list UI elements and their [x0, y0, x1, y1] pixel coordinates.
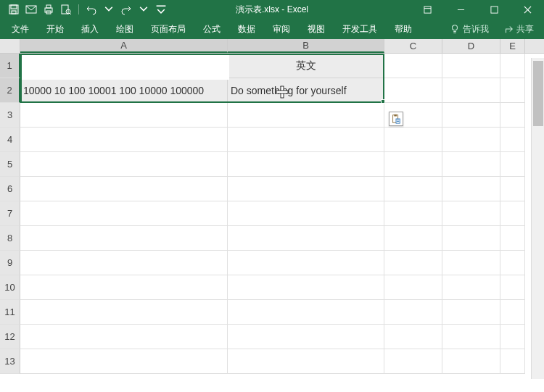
cell-A2[interactable]: 10000 10 100 10001 100 10000 100000: [20, 78, 228, 103]
row-header-11[interactable]: 11: [0, 300, 20, 325]
cell-E5[interactable]: [500, 152, 525, 177]
cell-D2[interactable]: [442, 78, 500, 103]
column-header-D[interactable]: D: [442, 39, 500, 53]
cell-A12[interactable]: [20, 325, 228, 349]
cell-B1[interactable]: 英文: [228, 54, 384, 78]
tab-developer[interactable]: 开发工具: [334, 19, 386, 39]
tab-data[interactable]: 数据: [229, 19, 264, 39]
email-icon[interactable]: [25, 3, 38, 16]
print-preview-icon[interactable]: [59, 3, 73, 16]
row-header-4[interactable]: 4: [0, 128, 20, 152]
cell-C1[interactable]: [384, 54, 442, 78]
cell-E7[interactable]: [500, 201, 525, 226]
cell-E2[interactable]: [500, 78, 525, 103]
cell-D6[interactable]: [442, 177, 500, 201]
cell-E6[interactable]: [500, 177, 525, 201]
cell-D8[interactable]: [442, 226, 500, 251]
cell-C5[interactable]: [384, 152, 442, 177]
cell-A6[interactable]: [20, 177, 228, 201]
cell-E13[interactable]: [500, 349, 525, 374]
row-header-7[interactable]: 7: [0, 201, 20, 226]
row-header-6[interactable]: 6: [0, 177, 20, 201]
cell-A7[interactable]: [20, 201, 228, 226]
cell-D4[interactable]: [442, 128, 500, 152]
cell-D7[interactable]: [442, 201, 500, 226]
column-header-C[interactable]: C: [384, 39, 442, 53]
row-header-3[interactable]: 3: [0, 103, 20, 128]
ribbon-display-options-button[interactable]: [411, 0, 444, 19]
tab-draw[interactable]: 绘图: [107, 19, 142, 39]
cell-D10[interactable]: [442, 275, 500, 300]
cell-A4[interactable]: [20, 128, 228, 152]
cell-B10[interactable]: [228, 275, 384, 300]
tab-page-layout[interactable]: 页面布局: [142, 19, 194, 39]
row-header-12[interactable]: 12: [0, 325, 20, 349]
maximize-button[interactable]: [477, 0, 511, 19]
vertical-scroll-thumb[interactable]: [533, 61, 543, 126]
cell-C6[interactable]: [384, 177, 442, 201]
tab-help[interactable]: 帮助: [386, 19, 421, 39]
cell-E4[interactable]: [500, 128, 525, 152]
cell-E10[interactable]: [500, 275, 525, 300]
cell-B13[interactable]: [228, 349, 384, 374]
cell-C12[interactable]: [384, 325, 442, 349]
paste-options-button[interactable]: [389, 112, 403, 126]
cell-E9[interactable]: [500, 251, 525, 275]
quick-print-icon[interactable]: [42, 3, 55, 16]
cell-C4[interactable]: [384, 128, 442, 152]
tab-view[interactable]: 视图: [299, 19, 334, 39]
cell-E1[interactable]: [500, 54, 525, 78]
column-header-A[interactable]: A: [20, 39, 228, 53]
select-all-corner[interactable]: [0, 39, 20, 53]
tell-me-search[interactable]: 告诉我: [442, 19, 496, 39]
cell-C7[interactable]: [384, 201, 442, 226]
cell-B5[interactable]: [228, 152, 384, 177]
cell-D13[interactable]: [442, 349, 500, 374]
row-header-9[interactable]: 9: [0, 251, 20, 275]
cell-A13[interactable]: [20, 349, 228, 374]
cell-A8[interactable]: [20, 226, 228, 251]
cell-D3[interactable]: [442, 103, 500, 128]
cell-C9[interactable]: [384, 251, 442, 275]
cell-A9[interactable]: [20, 251, 228, 275]
cell-D9[interactable]: [442, 251, 500, 275]
cell-C8[interactable]: [384, 226, 442, 251]
redo-icon[interactable]: [120, 3, 133, 16]
cell-B11[interactable]: [228, 300, 384, 325]
qat-customize-icon[interactable]: [154, 3, 168, 16]
cell-C10[interactable]: [384, 275, 442, 300]
cell-B8[interactable]: [228, 226, 384, 251]
minimize-button[interactable]: [444, 0, 477, 19]
column-header-B[interactable]: B: [228, 39, 384, 53]
column-header-E[interactable]: E: [500, 39, 525, 53]
cell-C11[interactable]: [384, 300, 442, 325]
cell-D12[interactable]: [442, 325, 500, 349]
undo-icon[interactable]: [85, 3, 98, 16]
vertical-scrollbar[interactable]: [531, 58, 544, 379]
cell-E3[interactable]: [500, 103, 525, 128]
tab-home[interactable]: 开始: [38, 19, 73, 39]
save-icon[interactable]: [7, 3, 20, 16]
cell-D1[interactable]: [442, 54, 500, 78]
tab-review[interactable]: 审阅: [264, 19, 299, 39]
cell-A10[interactable]: [20, 275, 228, 300]
cell-B4[interactable]: [228, 128, 384, 152]
tab-insert[interactable]: 插入: [73, 19, 107, 39]
close-button[interactable]: [511, 0, 544, 19]
row-header-2[interactable]: 2: [0, 78, 20, 103]
cell-B12[interactable]: [228, 325, 384, 349]
cell-B3[interactable]: [228, 103, 384, 128]
cell-E11[interactable]: [500, 300, 525, 325]
row-header-5[interactable]: 5: [0, 152, 20, 177]
redo-dropdown-icon[interactable]: [137, 3, 150, 16]
tab-formulas[interactable]: 公式: [194, 19, 229, 39]
cell-B2[interactable]: Do something for yourself: [228, 78, 384, 103]
cell-A1[interactable]: 数字: [20, 54, 228, 78]
share-button[interactable]: 共享: [496, 19, 541, 39]
row-header-1[interactable]: 1: [0, 54, 20, 78]
cell-E12[interactable]: [500, 325, 525, 349]
tab-file[interactable]: 文件: [3, 19, 38, 39]
cell-D11[interactable]: [442, 300, 500, 325]
row-header-8[interactable]: 8: [0, 226, 20, 251]
cell-E8[interactable]: [500, 226, 525, 251]
